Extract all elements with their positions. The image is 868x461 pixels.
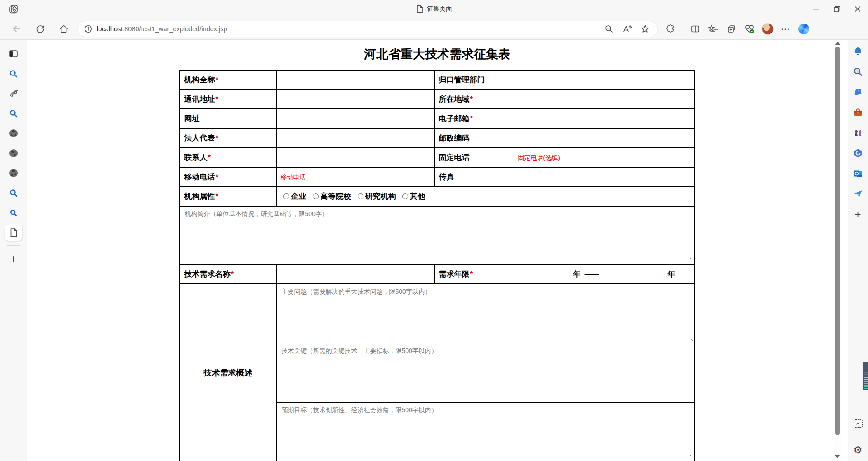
fax-input[interactable] [514,169,694,186]
legal-rep-input[interactable] [277,130,434,147]
expected-goal-textarea[interactable] [277,403,694,461]
close-button[interactable] [847,1,868,17]
key-tech-textarea[interactable] [277,343,694,402]
profile-button[interactable] [759,21,776,37]
zoom-out-button[interactable] [600,21,618,37]
page-title: 河北省重大技术需求征集表 [27,46,848,62]
copilot-button[interactable] [795,21,812,37]
org-type-label: 机构属性* [180,187,277,206]
read-aloud-button[interactable] [618,21,636,37]
mobile-input[interactable] [277,169,434,186]
resize-grip-icon[interactable] [689,258,693,263]
web-capture-icon: ✂ [854,419,863,428]
contact-input[interactable] [277,149,434,166]
tab-site-1[interactable] [5,85,22,102]
globe-favicon [9,128,19,138]
microsoft365-button[interactable] [851,146,865,160]
required-mark: * [216,95,219,103]
tab-search-2[interactable] [5,105,22,122]
table-row: 技术需求名称* 需求年限* 年 —— 年 [180,264,695,284]
settings-more-button[interactable]: ⋯ [777,21,794,37]
demand-name-input[interactable] [277,266,434,283]
website-input[interactable] [277,110,434,127]
chess-pieces-icon [853,127,863,138]
radio-option-university[interactable]: 高等院校 [313,191,351,202]
browser-essentials-button[interactable] [741,21,758,37]
main-problem-textarea[interactable] [277,284,694,343]
year-range-cell: 年 —— 年 [514,269,694,279]
address-input[interactable] [277,91,434,108]
notifications-button[interactable] [851,44,865,59]
tab-pane-toggle-button[interactable] [5,45,22,62]
tab-active-document[interactable] [5,224,22,241]
home-button[interactable] [55,21,72,37]
back-button[interactable] [8,21,25,37]
tab-site-2[interactable] [5,125,22,141]
org-name-input[interactable] [277,71,434,89]
resize-grip-icon[interactable] [689,396,693,400]
dept-input[interactable] [514,71,694,89]
radio-icon[interactable] [283,193,289,199]
radio-icon[interactable] [313,193,319,199]
org-intro-textarea[interactable] [180,207,694,264]
site-info-icon[interactable] [84,25,92,33]
tab-site-3[interactable] [5,145,22,161]
tab-site-4[interactable] [5,165,22,181]
landline-label: 固定电话 [434,148,514,167]
games-button[interactable] [851,126,865,140]
radio-icon[interactable] [358,193,363,199]
new-tab-button[interactable]: + [5,250,22,267]
sidebar-search-button[interactable] [851,65,865,79]
collections-icon [726,24,736,34]
sidebar-app-strip[interactable] [863,362,868,390]
workspaces-button[interactable] [5,1,22,17]
browser-essentials-icon [744,24,755,34]
tab-search-3[interactable] [5,184,22,201]
active-tab[interactable]: 征集页面 [416,5,452,13]
shopping-button[interactable] [851,85,865,99]
globe-favicon [9,168,19,178]
address-bar[interactable]: localhost:8080/test1_war_exploded/index.… [78,21,657,37]
home-icon [59,24,69,34]
dept-label: 归口管理部门 [434,70,514,89]
year-end-suffix: 年 [668,269,675,279]
table-row: 联系人* 固定电话 [180,148,695,167]
resize-grip-icon[interactable] [689,337,693,341]
customize-sidebar-button[interactable]: + [851,207,865,221]
collection-form-table: 机构全称* 归口管理部门 通讯地址* 所在地域* 网址 电子邮箱* [179,70,695,461]
split-screen-button[interactable] [687,21,704,37]
radio-option-other[interactable]: 其他 [402,191,425,202]
radio-option-institute[interactable]: 研究机构 [358,191,396,202]
web-capture-button[interactable]: ✂ [851,416,865,431]
favorite-button[interactable] [637,21,654,37]
postcode-input[interactable] [514,130,694,147]
sidebar-settings-button[interactable]: ⚙ [851,443,865,457]
outlook-button[interactable] [851,166,865,181]
region-input[interactable] [514,91,694,108]
radio-option-enterprise[interactable]: 企业 [283,191,307,202]
page-scrollbar[interactable] [834,40,841,461]
resize-grip-icon[interactable] [689,455,693,460]
scroll-down-icon[interactable] [835,455,840,458]
radio-icon[interactable] [402,193,408,199]
minimize-button[interactable] [806,1,826,17]
tools-button[interactable] [851,105,865,120]
scrollbar-thumb[interactable] [835,47,840,435]
url-text[interactable]: localhost:8080/test1_war_exploded/index.… [97,25,600,33]
tab-search-4[interactable] [5,204,22,221]
collections-button[interactable] [723,21,740,37]
org-type-radio-group: 企业 高等院校 研究机构 其他 [277,191,694,202]
refresh-button[interactable] [32,21,49,37]
drop-button[interactable] [851,187,865,201]
workspaces-icon [8,4,19,14]
email-input[interactable] [514,110,694,127]
demand-years-label: 需求年限* [434,264,514,284]
restore-button[interactable] [826,1,847,17]
extensions-button[interactable] [662,21,679,37]
scroll-up-icon[interactable] [835,42,840,45]
page-content: 河北省重大技术需求征集表 机构全称* 归口管理部门 通讯地址* 所在地域* 网址 [27,40,848,461]
tab-search-1[interactable] [5,65,22,82]
toolbar-divider [683,24,683,34]
favorites-bar-button[interactable] [705,21,722,37]
landline-input[interactable] [514,149,694,166]
